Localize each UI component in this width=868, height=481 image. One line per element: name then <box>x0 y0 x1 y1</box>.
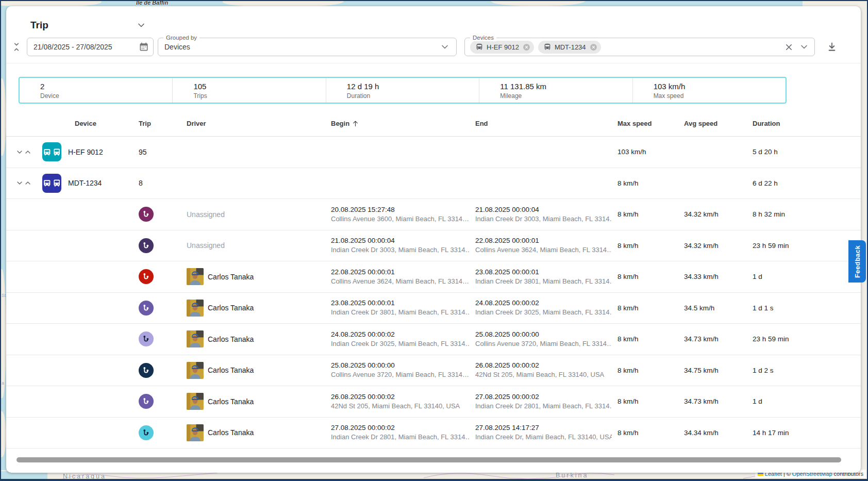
trip-begin-time: 27.08.2025 00:00:02 <box>331 423 470 433</box>
trip-duration: 1 d 2 s <box>746 367 861 374</box>
column-header-begin[interactable]: Begin <box>326 120 470 127</box>
driver-avatar <box>187 424 204 441</box>
trip-begin-address: Collins Avenue 3600, Miami Beach, FL 331… <box>331 214 469 224</box>
horizontal-scrollbar-thumb[interactable] <box>16 457 841 462</box>
route-icon <box>142 366 151 375</box>
trip-max-speed: 8 km/h <box>612 210 678 218</box>
trip-begin-address: Indian Creek Dr 3025, Miami Beach, FL 33… <box>331 339 470 349</box>
driver-avatar <box>187 330 204 347</box>
trip-end-time: 23.08.2025 00:00:01 <box>475 268 612 277</box>
trip-avg-speed: 34.73 km/h <box>678 397 746 405</box>
trip-max-speed: 8 km/h <box>612 429 678 437</box>
column-header-driver[interactable]: Driver <box>179 120 326 127</box>
devices-multiselect[interactable]: Devices H-EF 9012 MDT-1234 <box>464 38 815 56</box>
trip-row[interactable]: Carlos Tanaka 24.08.2025 00:00:02 Indian… <box>6 324 861 355</box>
column-header-begin-label: Begin <box>331 120 349 127</box>
date-range-input[interactable]: 21/08/2025 - 27/08/2025 <box>27 38 154 56</box>
grouped-by-select[interactable]: Grouped by Devices <box>158 38 457 56</box>
trip-row[interactable]: Carlos Tanaka 25.08.2025 00:00:00 Collin… <box>6 355 861 387</box>
collapse-rows-button[interactable] <box>10 38 23 56</box>
trip-end-address: Collins Avenue 3624, Miami Beach, FL 331… <box>475 245 612 255</box>
filter-toolbar: 21/08/2025 - 27/08/2025 Grouped by Devic… <box>10 37 848 57</box>
driver-photo <box>187 300 204 317</box>
summary-stat-label: Duration <box>347 92 479 100</box>
summary-stat: 12 d 19 h Duration <box>326 78 479 103</box>
driver-avatar <box>187 300 204 317</box>
trip-row[interactable]: Unassigned 20.08.2025 15:27:48 Collins A… <box>6 199 861 230</box>
header-divider <box>6 63 861 63</box>
column-header-device[interactable]: Device <box>32 120 130 127</box>
trip-begin-address: Collins Avenue 3624, Miami Beach, FL 331… <box>331 277 469 286</box>
trip-route-icon <box>139 394 154 409</box>
column-header-duration[interactable]: Duration <box>746 120 861 127</box>
trip-route-icon <box>139 269 154 284</box>
group-duration: 6 d 22 h <box>746 179 861 187</box>
driver-name: Carlos Tanaka <box>208 366 254 374</box>
feedback-button[interactable]: Feedback <box>848 240 866 283</box>
collapse-icon[interactable] <box>24 147 32 157</box>
route-icon <box>142 304 151 312</box>
group-max-speed: 8 km/h <box>612 179 678 187</box>
expand-icon[interactable] <box>15 178 24 188</box>
summary-stat-value: 2 <box>40 81 172 92</box>
device-group-row[interactable]: H-EF 9012 95 103 km/h 5 d 20 h <box>6 137 861 168</box>
table-header-row: Device Trip Driver Begin End Max speed A… <box>6 111 861 137</box>
trip-duration: 1 d <box>746 273 861 280</box>
chevron-down-icon[interactable] <box>799 42 809 52</box>
driver-photo <box>187 424 204 441</box>
map-land <box>0 78 6 156</box>
trip-row[interactable]: Carlos Tanaka 27.08.2025 00:00:02 Indian… <box>6 418 861 449</box>
map-place-label: Burkina <box>556 472 588 479</box>
driver-avatar <box>187 362 204 379</box>
chevron-down-icon <box>440 42 450 52</box>
route-icon <box>142 241 151 250</box>
map-land <box>0 269 6 398</box>
driver-name: Unassigned <box>187 241 225 250</box>
expand-icon[interactable] <box>15 147 24 157</box>
trip-row[interactable]: Carlos Tanaka 26.08.2025 00:00:02 42Nd S… <box>6 386 861 418</box>
trip-end-time: 27.08.2025 00:00:02 <box>475 392 612 402</box>
column-header-max-speed[interactable]: Max speed <box>612 120 678 127</box>
driver-name: Carlos Tanaka <box>208 428 254 437</box>
group-max-speed: 103 km/h <box>612 148 678 156</box>
collapse-icon[interactable] <box>24 178 32 188</box>
download-report-button[interactable] <box>825 38 839 56</box>
column-header-trip[interactable]: Trip <box>130 120 179 127</box>
route-icon <box>142 335 151 343</box>
calendar-icon[interactable] <box>139 42 149 52</box>
device-chips: H-EF 9012 MDT-1234 <box>470 41 601 54</box>
device-chip[interactable]: H-EF 9012 <box>470 41 534 54</box>
summary-stat: 103 km/h Max speed <box>633 78 786 103</box>
column-header-avg-speed[interactable]: Avg speed <box>678 120 746 127</box>
trip-row[interactable]: Carlos Tanaka 22.08.2025 00:00:01 Collin… <box>6 261 861 293</box>
car-icon <box>42 177 52 189</box>
driver-avatar <box>187 268 204 285</box>
trip-duration: 23 h 59 min <box>746 242 861 250</box>
remove-chip-icon[interactable] <box>589 43 598 52</box>
devices-label: Devices <box>470 34 496 41</box>
column-header-end[interactable]: End <box>470 120 612 127</box>
trip-route-icon <box>139 363 154 378</box>
driver-photo <box>187 393 204 410</box>
device-group-row[interactable]: MDT-1234 8 8 km/h 6 d 22 h <box>6 168 861 200</box>
trip-route-icon <box>139 238 154 253</box>
route-icon <box>142 210 151 219</box>
summary-stat-label: Mileage <box>500 92 632 100</box>
trip-end-address: Indian Creek Dr, Miami Beach, FL 33140, … <box>475 433 612 442</box>
trip-end-address: Collins Avenue 3720, Miami Beach, FL 331… <box>475 339 612 349</box>
trip-row[interactable]: Unassigned 21.08.2025 00:00:04 Indian Cr… <box>6 230 861 262</box>
trip-duration: 1 d <box>746 397 861 405</box>
remove-chip-icon[interactable] <box>522 43 531 52</box>
trip-count: 8 <box>139 179 143 187</box>
clear-selection-icon[interactable] <box>784 42 794 52</box>
report-type-select[interactable]: Trip <box>30 18 146 33</box>
map-place-label: Nicaragua <box>63 473 106 480</box>
trip-row[interactable]: Carlos Tanaka 23.08.2025 00:00:01 Indian… <box>6 293 861 324</box>
route-icon <box>142 272 151 281</box>
device-chip[interactable]: MDT-1234 <box>538 41 601 54</box>
trip-begin-time: 25.08.2025 00:00:00 <box>331 361 469 370</box>
trip-max-speed: 8 km/h <box>612 335 678 343</box>
sort-ascending-icon <box>352 120 359 127</box>
trip-begin-address: Indian Creek Dr 3003, Miami Beach, FL 33… <box>331 245 470 255</box>
trip-end-time: 22.08.2025 00:00:01 <box>475 236 612 245</box>
